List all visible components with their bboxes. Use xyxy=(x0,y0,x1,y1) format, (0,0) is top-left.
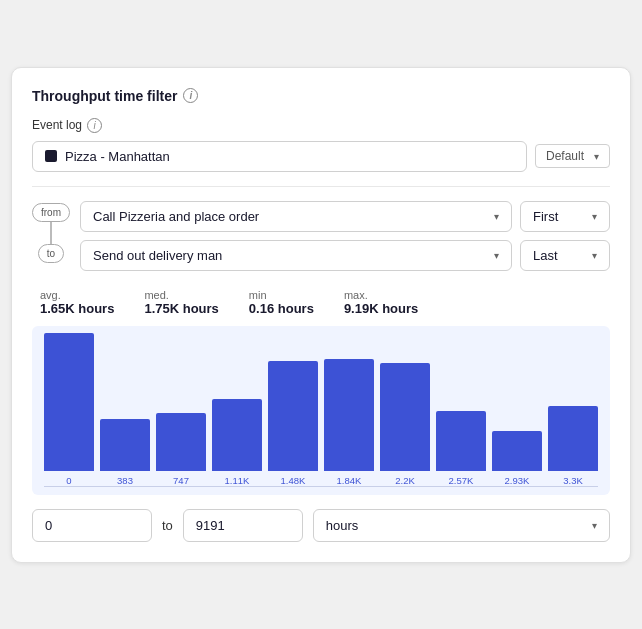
range-to-input[interactable] xyxy=(183,509,303,542)
bar-col: 1.48K xyxy=(268,361,318,486)
bar-x-label: 2.2K xyxy=(395,475,415,486)
bar-x-label: 1.84K xyxy=(337,475,362,486)
activity-to-chevron-icon: ▾ xyxy=(494,250,499,261)
unit-chevron-icon: ▾ xyxy=(592,520,597,531)
unit-select[interactable]: hours ▾ xyxy=(313,509,610,542)
range-to-label: to xyxy=(162,518,173,533)
bar xyxy=(436,411,486,471)
chart-bars: 03837471.11K1.48K1.84K2.2K2.57K2.93K3.3K xyxy=(40,336,602,486)
flow-row-from: Call Pizzeria and place order ▾ First ▾ xyxy=(80,201,610,232)
stat-max: max. 9.19K hours xyxy=(344,289,418,316)
bar xyxy=(100,419,150,471)
bar-col: 747 xyxy=(156,413,206,486)
bar-x-label: 1.11K xyxy=(225,475,250,486)
bar xyxy=(324,359,374,471)
stat-med: med. 1.75K hours xyxy=(144,289,218,316)
bar-col: 2.93K xyxy=(492,431,542,486)
occurrence-from-chevron-icon: ▾ xyxy=(592,211,597,222)
activity-from-chevron-icon: ▾ xyxy=(494,211,499,222)
event-log-left: Pizza - Manhattan xyxy=(45,149,514,164)
activity-from-select[interactable]: Call Pizzeria and place order ▾ xyxy=(80,201,512,232)
event-log-dot xyxy=(45,150,57,162)
default-badge[interactable]: Default ▾ xyxy=(535,144,610,168)
bar xyxy=(156,413,206,471)
activity-to-select[interactable]: Send out delivery man ▾ xyxy=(80,240,512,271)
bar-x-label: 747 xyxy=(173,475,189,486)
bar xyxy=(268,361,318,471)
bar xyxy=(44,333,94,471)
bar-x-label: 383 xyxy=(117,475,133,486)
occurrence-from-select[interactable]: First ▾ xyxy=(520,201,610,232)
bar xyxy=(492,431,542,471)
flow-row-to: Send out delivery man ▾ Last ▾ xyxy=(80,240,610,271)
flow-section: from to Call Pizzeria and place order ▾ … xyxy=(32,201,610,271)
bar-x-label: 1.48K xyxy=(281,475,306,486)
stats-row: avg. 1.65K hours med. 1.75K hours min 0.… xyxy=(32,289,610,316)
bar-x-label: 2.93K xyxy=(505,475,530,486)
from-badge: from xyxy=(32,203,70,222)
card-title-row: Throughput time filter i xyxy=(32,88,610,104)
flow-connector: from to xyxy=(32,201,70,263)
stat-avg-label: avg. xyxy=(40,289,114,301)
stat-avg-value: 1.65K hours xyxy=(40,301,114,316)
bar-col: 3.3K xyxy=(548,406,598,486)
divider xyxy=(32,186,610,187)
stat-min-label: min xyxy=(249,289,314,301)
stat-med-value: 1.75K hours xyxy=(144,301,218,316)
bar-col: 383 xyxy=(100,419,150,486)
flow-line xyxy=(50,222,52,244)
stat-min: min 0.16 hours xyxy=(249,289,314,316)
range-from-input[interactable] xyxy=(32,509,152,542)
stat-max-label: max. xyxy=(344,289,418,301)
bar-col: 0 xyxy=(44,333,94,486)
event-log-row: Pizza - Manhattan Default ▾ xyxy=(32,141,610,172)
bar-col: 2.2K xyxy=(380,363,430,486)
throughput-time-filter-card: Throughput time filter i Event log i Piz… xyxy=(11,67,631,563)
event-log-label: Event log i xyxy=(32,118,610,133)
bar xyxy=(212,399,262,471)
stat-avg: avg. 1.65K hours xyxy=(40,289,114,316)
unit-label: hours xyxy=(326,518,359,533)
to-badge: to xyxy=(38,244,64,263)
bar xyxy=(380,363,430,471)
bar-col: 2.57K xyxy=(436,411,486,486)
stat-med-label: med. xyxy=(144,289,218,301)
bar-col: 1.84K xyxy=(324,359,374,486)
title-info-icon[interactable]: i xyxy=(183,88,198,103)
stat-max-value: 9.19K hours xyxy=(344,301,418,316)
event-log-info-icon[interactable]: i xyxy=(87,118,102,133)
bar xyxy=(548,406,598,471)
event-log-value: Pizza - Manhattan xyxy=(65,149,170,164)
flow-rows: Call Pizzeria and place order ▾ First ▾ … xyxy=(80,201,610,271)
occurrence-to-chevron-icon: ▾ xyxy=(592,250,597,261)
range-row: to hours ▾ xyxy=(32,509,610,542)
chart-area: 03837471.11K1.48K1.84K2.2K2.57K2.93K3.3K xyxy=(32,326,610,495)
bar-x-label: 3.3K xyxy=(563,475,583,486)
bar-x-label: 0 xyxy=(66,475,71,486)
event-log-select[interactable]: Pizza - Manhattan xyxy=(32,141,527,172)
occurrence-to-select[interactable]: Last ▾ xyxy=(520,240,610,271)
default-chevron-icon: ▾ xyxy=(594,151,599,162)
card-title-text: Throughput time filter xyxy=(32,88,177,104)
bar-col: 1.11K xyxy=(212,399,262,486)
x-axis-line xyxy=(44,486,598,487)
bar-x-label: 2.57K xyxy=(449,475,474,486)
stat-min-value: 0.16 hours xyxy=(249,301,314,316)
